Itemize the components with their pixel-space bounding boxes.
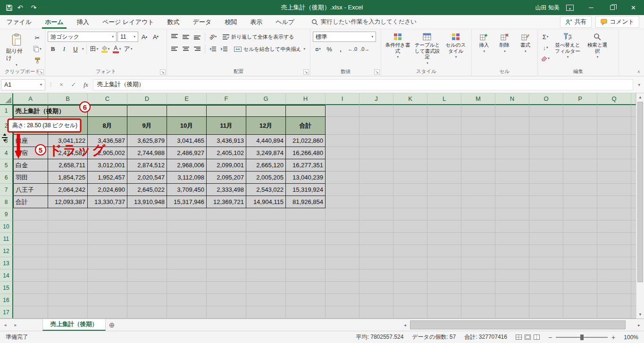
cell-Q8[interactable]: [597, 196, 631, 208]
cell-M6[interactable]: [461, 172, 495, 184]
cell-E8[interactable]: 15,317,946: [167, 196, 207, 208]
formula-bar-splitter[interactable]: ⋮: [47, 82, 54, 88]
cell-D17[interactable]: [127, 306, 167, 318]
add-sheet-button[interactable]: ⊕: [106, 319, 118, 331]
cell-J14[interactable]: [360, 270, 393, 282]
cell-E14[interactable]: [167, 270, 207, 282]
ribbon-tab-表示[interactable]: 表示: [243, 15, 269, 29]
cell-L10[interactable]: [427, 220, 461, 233]
cell-H10[interactable]: [286, 220, 326, 233]
cell-J4[interactable]: [360, 147, 393, 159]
cell-D3[interactable]: 3,625,879: [127, 135, 167, 147]
column-header-I[interactable]: I: [326, 93, 360, 105]
row-header-16[interactable]: 16: [0, 294, 13, 306]
cell-L14[interactable]: [427, 270, 461, 282]
cell-J7[interactable]: [360, 184, 393, 196]
cell-I14[interactable]: [326, 270, 360, 282]
cell-P11[interactable]: [563, 233, 597, 245]
clear-button[interactable]: ▾: [540, 53, 551, 64]
increase-indent-button[interactable]: [219, 44, 229, 54]
font-name-combo[interactable]: 游ゴシック▾: [48, 32, 117, 42]
cell-Q6[interactable]: [597, 172, 631, 184]
cell-L13[interactable]: [427, 257, 461, 270]
row-header-2[interactable]: 2: [0, 117, 13, 135]
cell-A6[interactable]: 羽田: [13, 172, 48, 184]
decrease-font-button[interactable]: A▾: [151, 32, 161, 42]
cell-H15[interactable]: [286, 282, 326, 294]
row-header-8[interactable]: 8: [0, 196, 13, 208]
cell-B12[interactable]: [48, 245, 88, 257]
horizontal-scrollbar[interactable]: ◂ ▸: [401, 319, 644, 331]
cell-C5[interactable]: 3,012,001: [88, 159, 127, 172]
cell-N16[interactable]: [495, 294, 529, 306]
cell-N3[interactable]: [495, 135, 529, 147]
cell-J15[interactable]: [360, 282, 393, 294]
row-header-4[interactable]: 4: [0, 147, 13, 159]
cell-I15[interactable]: [326, 282, 360, 294]
cell-B15[interactable]: [48, 282, 88, 294]
cell-O9[interactable]: [529, 208, 563, 220]
cell-B8[interactable]: 12,093,387: [48, 196, 88, 208]
column-header-E[interactable]: E: [167, 93, 207, 105]
cell-I13[interactable]: [326, 257, 360, 270]
column-header-L[interactable]: L: [427, 93, 461, 105]
ribbon-display-options-button[interactable]: ▴: [566, 5, 574, 11]
cell-O3[interactable]: [529, 135, 563, 147]
cell-E10[interactable]: [167, 220, 207, 233]
cell-C10[interactable]: [88, 220, 127, 233]
align-middle-button[interactable]: [181, 32, 191, 42]
zoom-slider-thumb[interactable]: [580, 335, 584, 340]
cell-L12[interactable]: [427, 245, 461, 257]
alignment-dialog-launcher[interactable]: ↘: [303, 69, 309, 75]
cell-F12[interactable]: [207, 245, 246, 257]
cell-A4[interactable]: 新宿: [13, 147, 48, 159]
cell-F13[interactable]: [207, 257, 246, 270]
cell-C17[interactable]: [88, 306, 127, 318]
cell-C8[interactable]: 13,330,737: [88, 196, 127, 208]
cell-A5[interactable]: 白金: [13, 159, 48, 172]
cell-B14[interactable]: [48, 270, 88, 282]
cell-Q10[interactable]: [597, 220, 631, 233]
cell-J16[interactable]: [360, 294, 393, 306]
cell-C12[interactable]: [88, 245, 127, 257]
cell-E5[interactable]: 2,968,006: [167, 159, 207, 172]
cell-A8[interactable]: 合計: [13, 196, 48, 208]
cell-C6[interactable]: 1,952,457: [88, 172, 127, 184]
cell-O17[interactable]: [529, 306, 563, 318]
cell-H1[interactable]: [286, 105, 326, 117]
cell-L3[interactable]: [427, 135, 461, 147]
ribbon-tab-データ[interactable]: データ: [186, 15, 218, 29]
cell-M7[interactable]: [461, 184, 495, 196]
cell-G2[interactable]: 12月: [246, 117, 286, 135]
cell-Q2[interactable]: [597, 117, 631, 135]
cell-P2[interactable]: [563, 117, 597, 135]
ribbon-tab-ファイル[interactable]: ファイル: [0, 15, 38, 29]
cell-G3[interactable]: 4,440,894: [246, 135, 286, 147]
cell-B16[interactable]: [48, 294, 88, 306]
share-button[interactable]: 共有: [560, 16, 592, 28]
cell-C3[interactable]: 3,436,587: [88, 135, 127, 147]
font-dialog-launcher[interactable]: ↘: [160, 69, 166, 75]
cell-C7[interactable]: 2,024,690: [88, 184, 127, 196]
cell-Q11[interactable]: [597, 233, 631, 245]
cell-B4[interactable]: 2,474,587: [48, 147, 88, 159]
vertical-scrollbar[interactable]: ▲ ▼: [636, 93, 644, 318]
zoom-out-button[interactable]: −: [548, 334, 552, 341]
cell-G14[interactable]: [246, 270, 286, 282]
cell-J5[interactable]: [360, 159, 393, 172]
formula-bar-expand-icon[interactable]: ▾: [635, 82, 643, 87]
cell-C13[interactable]: [88, 257, 127, 270]
cell-J8[interactable]: [360, 196, 393, 208]
cell-K4[interactable]: [393, 147, 427, 159]
name-box[interactable]: A1 ▾: [1, 79, 45, 90]
cell-D1[interactable]: [127, 105, 167, 117]
zoom-slider[interactable]: [556, 337, 608, 338]
cell-G13[interactable]: [246, 257, 286, 270]
cell-E4[interactable]: 2,486,927: [167, 147, 207, 159]
cell-N17[interactable]: [495, 306, 529, 318]
cell-J10[interactable]: [360, 220, 393, 233]
cell-C14[interactable]: [88, 270, 127, 282]
cell-N1[interactable]: [495, 105, 529, 117]
cell-F2[interactable]: 11月: [207, 117, 246, 135]
cell-Q16[interactable]: [597, 294, 631, 306]
